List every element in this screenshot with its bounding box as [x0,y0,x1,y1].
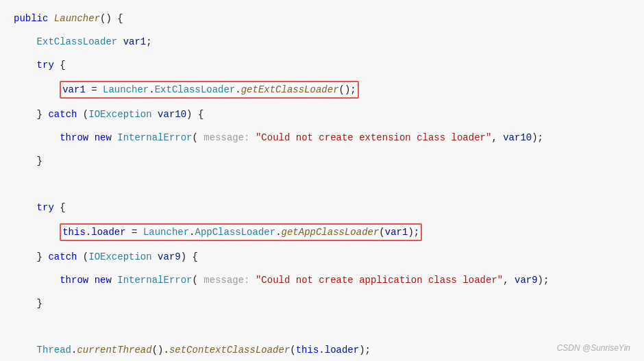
watermark: CSDN @SunriseYin [557,343,630,353]
code-line-13: throw new InternalError( message: "Could… [0,269,644,292]
highlight-box-2: this.loader = Launcher.AppClassLoader.ge… [60,223,422,241]
code-line-17: Thread.currentThread().setContextClassLo… [0,338,644,361]
code-container: public Launcher() { ExtClassLoader var1;… [0,0,644,361]
code-line-15 [0,315,644,338]
code-line-10: try { [0,196,644,219]
code-line-3: try { [0,53,644,77]
code-line-12: } catch (IOException var9) { [0,245,644,269]
code-line-4: var1 = Launcher.ExtClassLoader.getExtCla… [0,77,644,103]
code-line-14: } [0,292,644,315]
code-line-8 [0,173,644,196]
code-line-11: this.loader = Launcher.AppClassLoader.ge… [0,219,644,245]
code-line-5: } catch (IOException var10) { [0,103,644,126]
code-line-2: ExtClassLoader var1; [0,30,644,53]
highlight-box-1: var1 = Launcher.ExtClassLoader.getExtCla… [60,81,359,99]
code-line-6: throw new InternalError( message: "Could… [0,126,644,149]
code-line-1: public Launcher() { [0,7,644,30]
code-line-7: } [0,149,644,173]
